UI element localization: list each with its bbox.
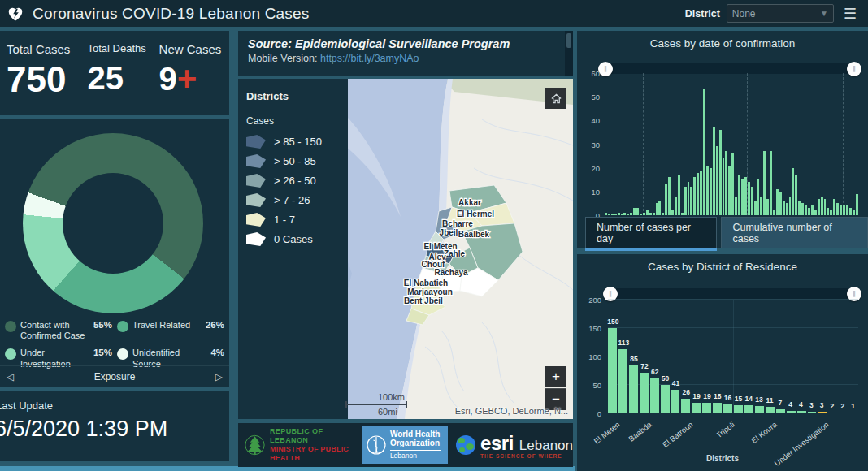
chart1-bar[interactable]: [798, 201, 801, 216]
chart1-bar[interactable]: [649, 213, 652, 215]
chart1-bar[interactable]: [646, 210, 649, 215]
chart1-bar[interactable]: [773, 210, 775, 215]
chart1-bar[interactable]: [697, 173, 699, 216]
chart1-bar[interactable]: [710, 168, 712, 215]
chart1-bar[interactable]: [846, 205, 848, 215]
chart1-bar[interactable]: [748, 182, 750, 215]
chart1-bar[interactable]: [636, 208, 639, 215]
zoom-in-button[interactable]: +: [545, 366, 566, 387]
chart1-bar[interactable]: [653, 213, 655, 215]
chart1-bar[interactable]: [614, 214, 617, 215]
chart1-bar[interactable]: [688, 182, 690, 215]
chart1-bar[interactable]: [668, 177, 671, 215]
chart1-bar[interactable]: [675, 197, 677, 215]
chart1-bar[interactable]: [627, 214, 629, 215]
chart1-bar[interactable]: [754, 201, 757, 216]
legend-label: Contact with Confirmed Case: [20, 320, 91, 341]
chart1-bar[interactable]: [814, 210, 817, 215]
tab-cumulative-cases[interactable]: Cumulative number of cases: [721, 217, 868, 248]
chart1-bar[interactable]: [700, 171, 702, 215]
chart1-bar[interactable]: [853, 210, 855, 215]
chart1-bar[interactable]: [681, 213, 684, 215]
chart1-bar[interactable]: [719, 130, 722, 215]
home-button[interactable]: [545, 88, 566, 109]
chart1-plot-area[interactable]: [605, 73, 858, 215]
chart1-bar[interactable]: [849, 208, 852, 215]
chart1-bar[interactable]: [656, 203, 658, 215]
chart1-bar[interactable]: [783, 201, 785, 216]
chart1-bar[interactable]: [738, 175, 740, 215]
chart1-bar[interactable]: [630, 213, 632, 215]
chart1-bar[interactable]: [840, 205, 842, 215]
chart1-bar[interactable]: [605, 213, 607, 215]
chart1-bar[interactable]: [830, 210, 832, 215]
chart1-bar[interactable]: [741, 179, 744, 215]
chart1-bar[interactable]: [770, 151, 772, 215]
chart1-bar[interactable]: [706, 166, 709, 215]
chart2-bar-value: 16: [724, 394, 731, 402]
tab-cases-per-day[interactable]: Number of cases per day: [585, 217, 717, 248]
chart1-bar[interactable]: [735, 197, 737, 215]
pager-prev-arrow-icon[interactable]: ◁: [7, 371, 14, 382]
chart1-bar[interactable]: [671, 210, 674, 215]
chart1-bar[interactable]: [789, 197, 792, 215]
class-label: > 50 - 85: [274, 155, 316, 167]
chart1-bar[interactable]: [786, 203, 788, 215]
chart1-bar[interactable]: [662, 213, 664, 215]
pager-next-arrow-icon[interactable]: ▷: [215, 371, 223, 382]
chart1-bar[interactable]: [760, 197, 762, 215]
chart1-bar[interactable]: [824, 199, 827, 215]
chart1-bar[interactable]: [801, 203, 804, 215]
source-scrollbar[interactable]: [565, 31, 573, 76]
chart1-bar[interactable]: [725, 151, 727, 215]
chart1-bar[interactable]: [633, 208, 636, 215]
chart1-bar[interactable]: [795, 175, 797, 215]
chart1-bar[interactable]: [805, 205, 807, 215]
chart1-bar[interactable]: [703, 89, 705, 215]
chart2-plot-area[interactable]: 1501138572625041261919181615141311744332…: [608, 300, 858, 413]
chart1-bar[interactable]: [827, 208, 829, 215]
mobile-version-link[interactable]: https://bit.ly/3amyNAo: [320, 53, 419, 64]
chart1-bar[interactable]: [751, 187, 753, 215]
map-legend-class: > 26 - 50: [246, 174, 340, 188]
exposure-legend-item[interactable]: Contact with Confirmed Case 55%: [5, 320, 112, 341]
chart1-bar[interactable]: [665, 184, 667, 215]
chart1-bar[interactable]: [836, 203, 839, 215]
chart2-range-slider[interactable]: ∥ ∥: [606, 288, 858, 299]
scalebar-mi: 60mi: [378, 407, 407, 417]
chart1-bar[interactable]: [608, 214, 610, 215]
chart1-bar[interactable]: [690, 187, 692, 215]
chart1-bar[interactable]: [728, 166, 731, 215]
chart1-bar[interactable]: [723, 158, 725, 215]
chart1-bar[interactable]: [684, 187, 687, 215]
district-dropdown[interactable]: None ▼: [727, 4, 834, 23]
chart1-bar[interactable]: [643, 213, 645, 215]
chart1-bar[interactable]: [818, 199, 820, 215]
chart1-bar[interactable]: [744, 177, 747, 215]
chart1-bar[interactable]: [792, 168, 794, 215]
chart1-bar[interactable]: [731, 153, 734, 215]
chart1-bar[interactable]: [779, 192, 782, 215]
chart1-bar[interactable]: [621, 214, 623, 215]
chart1-bar[interactable]: [713, 127, 715, 215]
chart1-bar[interactable]: [658, 201, 661, 216]
exposure-legend-item[interactable]: Travel Related 26%: [117, 320, 224, 341]
chart1-bar[interactable]: [856, 194, 858, 215]
menu-icon[interactable]: ☰: [840, 6, 860, 21]
chart1-bar[interactable]: [640, 214, 642, 215]
chart1-bar[interactable]: [618, 213, 620, 215]
chart1-bar[interactable]: [611, 214, 614, 215]
chart1-bar[interactable]: [833, 199, 835, 215]
chart1-bar[interactable]: [811, 205, 814, 215]
chart1-bar[interactable]: [678, 175, 680, 215]
chart1-bar[interactable]: [808, 208, 810, 215]
chart1-bar[interactable]: [693, 177, 696, 215]
chart1-bar[interactable]: [757, 179, 760, 215]
chart1-bar[interactable]: [716, 146, 718, 215]
chart1-bar[interactable]: [763, 151, 766, 215]
chart1-bar[interactable]: [766, 199, 769, 215]
chart1-bar[interactable]: [821, 197, 823, 215]
chart1-bar[interactable]: [776, 189, 779, 215]
chart1-bar[interactable]: [843, 205, 845, 215]
chart1-bar[interactable]: [623, 213, 626, 215]
